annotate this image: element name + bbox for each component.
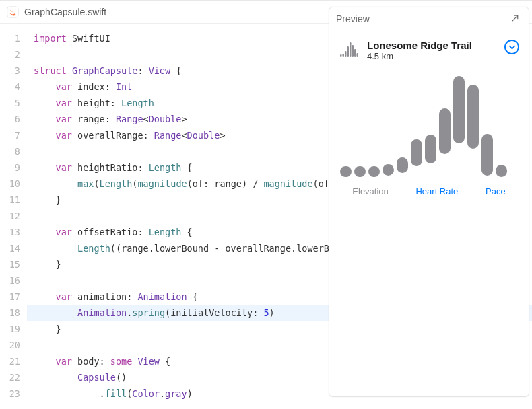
chart-bar <box>467 85 479 149</box>
preview-body: Lonesome Ridge Trail 4.5 km Elevation He… <box>329 30 529 396</box>
chart-tabs: Elevation Heart Rate Pace <box>339 186 519 196</box>
chevron-down-icon[interactable] <box>504 40 519 54</box>
svg-rect-5 <box>350 42 352 57</box>
svg-rect-0 <box>7 6 19 17</box>
chart-bar <box>425 135 436 163</box>
tab-pace[interactable]: Pace <box>486 186 506 196</box>
expand-icon[interactable] <box>511 13 522 24</box>
svg-rect-4 <box>347 46 350 57</box>
trail-title: Lonesome Ridge Trail <box>367 40 498 51</box>
preview-panel: Preview Lonesome Ridge Trail <box>329 7 529 397</box>
chart-bar <box>411 139 422 166</box>
trail-header: Lonesome Ridge Trail 4.5 km <box>339 40 519 61</box>
chart-bar <box>340 166 352 177</box>
swift-file-icon <box>7 6 19 18</box>
trail-title-block: Lonesome Ridge Trail 4.5 km <box>367 40 498 61</box>
chart-bar <box>481 134 493 176</box>
svg-rect-3 <box>345 51 347 57</box>
file-name: GraphCapsule.swift <box>24 7 106 17</box>
elevation-chart <box>339 69 519 177</box>
chart-bar <box>397 157 408 173</box>
svg-rect-6 <box>352 45 354 57</box>
chart-bar <box>383 164 394 176</box>
preview-header: Preview <box>329 7 529 30</box>
chart-bar <box>368 166 380 177</box>
chart-bar <box>439 108 451 154</box>
chart-bar <box>354 166 366 177</box>
preview-title: Preview <box>336 13 370 24</box>
chart-bar <box>453 76 465 143</box>
chart-bar <box>496 165 507 177</box>
trail-thumbnail-icon <box>339 40 360 57</box>
svg-rect-2 <box>343 54 345 57</box>
svg-rect-7 <box>354 49 356 57</box>
trail-subtitle: 4.5 km <box>367 51 498 61</box>
line-gutter: 1234567891011121314151617181920212223 <box>0 24 27 409</box>
svg-rect-1 <box>340 54 342 57</box>
tab-heart-rate[interactable]: Heart Rate <box>415 186 458 196</box>
svg-rect-8 <box>357 53 359 57</box>
tab-elevation[interactable]: Elevation <box>352 186 388 196</box>
